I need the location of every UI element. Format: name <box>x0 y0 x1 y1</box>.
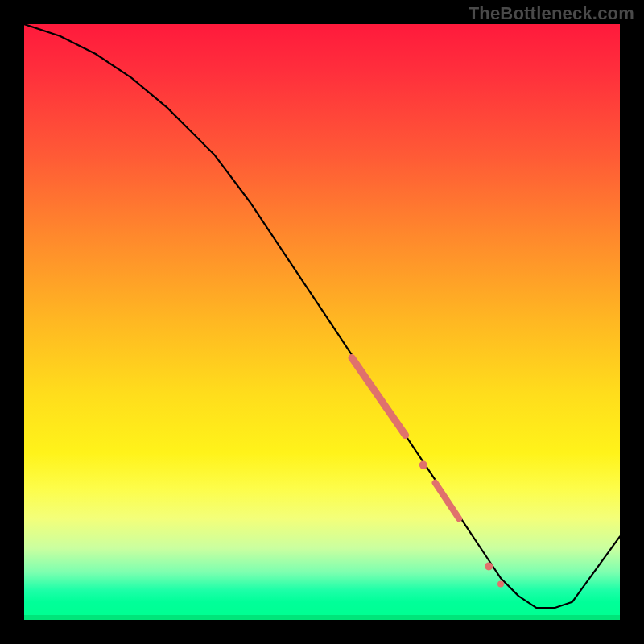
marker-dot <box>419 461 427 469</box>
marker-dot <box>497 581 504 588</box>
marker-segment <box>436 483 460 518</box>
chart-frame: TheBottleneck.com <box>0 0 644 644</box>
marker-segment <box>352 357 406 435</box>
plot-area <box>24 24 620 620</box>
marker-layer <box>352 357 504 587</box>
watermark-text: TheBottleneck.com <box>469 3 634 24</box>
marker-dot <box>485 562 493 570</box>
plot-svg <box>24 24 620 620</box>
curve-path <box>24 24 620 608</box>
